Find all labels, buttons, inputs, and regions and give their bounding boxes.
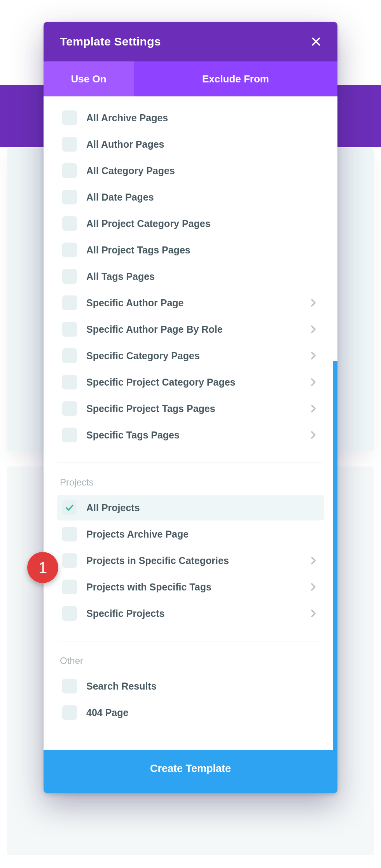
option-row[interactable]: Search Results: [57, 673, 324, 699]
checkbox[interactable]: [62, 401, 77, 416]
expand-button[interactable]: [308, 582, 319, 592]
option-row[interactable]: Specific Category Pages: [57, 343, 324, 369]
option-label: All Category Pages: [86, 165, 319, 176]
modal-body: All Archive PagesAll Author PagesAll Cat…: [44, 96, 337, 750]
checkbox[interactable]: [62, 137, 77, 152]
checkbox[interactable]: [62, 243, 77, 257]
option-label: All Project Tags Pages: [86, 245, 319, 256]
option-row[interactable]: All Tags Pages: [57, 264, 324, 289]
expand-button[interactable]: [308, 608, 319, 619]
chevron-right-icon: [310, 430, 317, 440]
close-icon: [311, 37, 321, 47]
callout-number: 1: [38, 559, 47, 576]
modal-title: Template Settings: [60, 35, 161, 48]
checkbox[interactable]: [62, 269, 77, 284]
option-label: Search Results: [86, 681, 319, 692]
expand-button[interactable]: [308, 350, 319, 361]
expand-button[interactable]: [308, 377, 319, 388]
option-label: All Projects: [86, 502, 319, 513]
tab-use-on[interactable]: Use On: [44, 61, 134, 96]
option-row[interactable]: All Category Pages: [57, 158, 324, 183]
chevron-right-icon: [310, 350, 317, 361]
option-label: Specific Author Page: [86, 297, 299, 309]
checkbox[interactable]: [62, 527, 77, 541]
chevron-right-icon: [310, 403, 317, 414]
button-label: Create Template: [150, 763, 231, 774]
checkbox[interactable]: [62, 705, 77, 720]
option-label: All Tags Pages: [86, 271, 319, 282]
checkbox[interactable]: [62, 428, 77, 442]
close-button[interactable]: [311, 37, 321, 47]
section-archive: All Archive PagesAll Author PagesAll Cat…: [57, 101, 324, 457]
expand-button[interactable]: [308, 555, 319, 566]
option-row[interactable]: Projects Archive Page: [57, 521, 324, 547]
expand-button[interactable]: [308, 324, 319, 335]
checkbox[interactable]: [62, 110, 77, 125]
option-label: Specific Projects: [86, 608, 299, 619]
modal-header: Template Settings: [44, 22, 337, 61]
option-row[interactable]: 404 Page: [57, 700, 324, 725]
option-row[interactable]: All Project Category Pages: [57, 211, 324, 236]
option-row[interactable]: All Project Tags Pages: [57, 237, 324, 263]
checkbox[interactable]: [62, 679, 77, 693]
section-projects: Projects All ProjectsProjects Archive Pa…: [57, 463, 324, 636]
chevron-right-icon: [310, 324, 317, 335]
option-row[interactable]: All Archive Pages: [57, 105, 324, 131]
expand-button[interactable]: [308, 297, 319, 308]
option-row[interactable]: Specific Tags Pages: [57, 422, 324, 448]
option-row[interactable]: Specific Projects: [57, 601, 324, 626]
checkbox[interactable]: [62, 295, 77, 310]
callout-marker: 1: [27, 552, 58, 583]
create-template-button[interactable]: Create Template: [44, 750, 337, 793]
tab-label: Use On: [71, 73, 106, 85]
checkbox[interactable]: [62, 580, 77, 594]
expand-button[interactable]: [308, 430, 319, 440]
option-row[interactable]: Specific Project Tags Pages: [57, 396, 324, 421]
chevron-right-icon: [310, 297, 317, 308]
checkbox[interactable]: [62, 216, 77, 231]
option-label: All Author Pages: [86, 139, 319, 150]
option-label: Projects Archive Page: [86, 529, 319, 540]
checkbox[interactable]: [62, 553, 77, 568]
section-title: Projects: [60, 477, 321, 488]
modal-tabs: Use On Exclude From: [44, 61, 337, 96]
option-row[interactable]: All Author Pages: [57, 131, 324, 157]
option-label: Specific Project Category Pages: [86, 377, 299, 388]
option-label: Projects in Specific Categories: [86, 555, 299, 566]
option-label: Specific Project Tags Pages: [86, 403, 299, 414]
checkbox[interactable]: [62, 190, 77, 204]
checkbox[interactable]: [62, 348, 77, 363]
scrollbar[interactable]: [333, 361, 337, 750]
checkbox[interactable]: [62, 375, 77, 389]
section-other: Other Search Results404 Page: [57, 641, 324, 735]
checkbox[interactable]: [62, 322, 77, 337]
option-row[interactable]: All Date Pages: [57, 184, 324, 210]
option-row[interactable]: Projects with Specific Tags: [57, 574, 324, 600]
option-row[interactable]: All Projects: [57, 495, 324, 520]
option-label: Specific Category Pages: [86, 350, 299, 362]
chevron-right-icon: [310, 608, 317, 619]
option-row[interactable]: Specific Project Category Pages: [57, 369, 324, 395]
tab-exclude-from[interactable]: Exclude From: [134, 61, 337, 96]
check-icon: [65, 503, 74, 512]
checkbox[interactable]: [62, 606, 77, 621]
chevron-right-icon: [310, 555, 317, 566]
option-label: All Project Category Pages: [86, 218, 319, 229]
option-row[interactable]: Projects in Specific Categories: [57, 548, 324, 573]
option-row[interactable]: Specific Author Page By Role: [57, 316, 324, 342]
option-label: 404 Page: [86, 707, 319, 718]
option-label: Projects with Specific Tags: [86, 582, 299, 593]
option-label: All Date Pages: [86, 192, 319, 203]
tab-label: Exclude From: [202, 73, 269, 85]
option-row[interactable]: Specific Author Page: [57, 290, 324, 316]
checkbox[interactable]: [62, 163, 77, 178]
option-label: All Archive Pages: [86, 112, 319, 124]
checkbox[interactable]: [62, 500, 77, 515]
option-label: Specific Author Page By Role: [86, 324, 299, 335]
section-title: Other: [60, 655, 321, 666]
template-settings-modal: Template Settings Use On Exclude From Al…: [44, 22, 337, 793]
chevron-right-icon: [310, 582, 317, 592]
expand-button[interactable]: [308, 403, 319, 414]
option-label: Specific Tags Pages: [86, 430, 299, 441]
chevron-right-icon: [310, 377, 317, 388]
